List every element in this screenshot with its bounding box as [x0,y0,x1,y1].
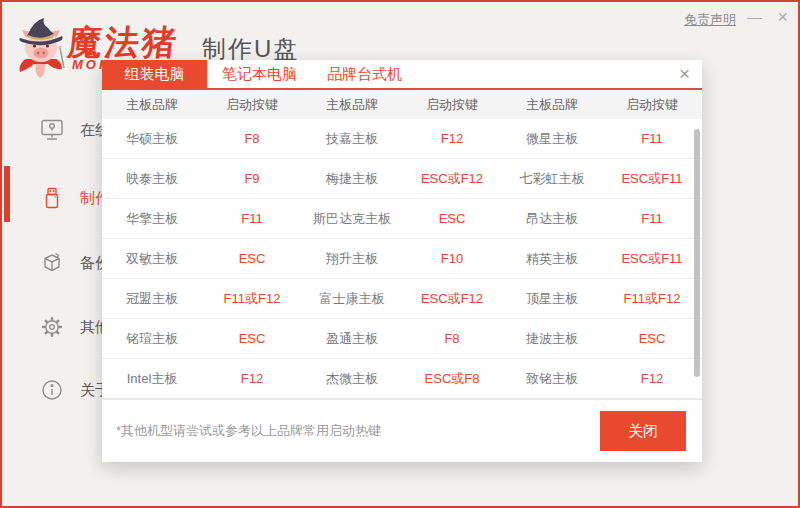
tab-1[interactable]: 组装电脑 [102,60,207,88]
bootkey-cell: F12 [202,359,302,398]
close-dialog-button[interactable]: 关闭 [600,411,686,451]
brand-cell: 技嘉主板 [302,119,402,158]
brand-cell: 华硕主板 [102,119,202,158]
window-minimize-button[interactable]: — [747,8,762,25]
usb-icon [40,186,64,210]
disclaimer-link[interactable]: 免责声明 [684,11,736,29]
bootkey-cell: ESC [402,199,502,238]
bootkey-cell: F11或F12 [202,279,302,318]
bootkey-cell: ESC或F12 [402,159,502,198]
window-close-button[interactable]: × [777,7,788,28]
sidebar-active-indicator [4,166,10,222]
tab-2[interactable]: 笔记本电脑 [207,60,312,88]
table-row: 双敏主板ESC翔升主板F10精英主板ESC或F11 [102,239,702,279]
bootkey-cell: F10 [402,239,502,278]
table-header-row: 主板品牌启动按键主板品牌启动按键主板品牌启动按键 [102,90,702,119]
bootkey-cell: F9 [202,159,302,198]
bootkey-cell: ESC [602,319,702,358]
dialog-footer: *其他机型请尝试或参考以上品牌常用启动热键 关闭 [102,399,702,462]
brand-cell: 捷波主板 [502,319,602,358]
backup-icon [40,251,64,275]
scrollbar-thumb[interactable] [694,129,700,377]
table-header-cell: 启动按键 [202,90,302,119]
brand-cell: 斯巴达克主板 [302,199,402,238]
bootkey-cell: F11 [202,199,302,238]
brand-cell: 昂达主板 [502,199,602,238]
bootkey-cell: ESC或F8 [402,359,502,398]
brand-cell: 精英主板 [502,239,602,278]
brand-cell: 富士康主板 [302,279,402,318]
bootkey-cell: ESC或F12 [402,279,502,318]
brand-cell: 微星主板 [502,119,602,158]
brand-cell: 七彩虹主板 [502,159,602,198]
bootkey-cell: F11 [602,119,702,158]
table-header-cell: 主板品牌 [102,90,202,119]
dialog-tab-bar: 组装电脑笔记本电脑品牌台式机× [102,60,702,90]
table-row: 映泰主板F9梅捷主板ESC或F12七彩虹主板ESC或F11 [102,159,702,199]
bootkey-cell: F12 [402,119,502,158]
brand-cell: 双敏主板 [102,239,202,278]
monitor-icon [40,118,64,142]
brand-cell: 杰微主板 [302,359,402,398]
boot-key-table: 华硕主板F8技嘉主板F12微星主板F11映泰主板F9梅捷主板ESC或F12七彩虹… [102,119,702,399]
bootkey-cell: F8 [402,319,502,358]
bootkey-cell: F12 [602,359,702,398]
table-row: 华硕主板F8技嘉主板F12微星主板F11 [102,119,702,159]
brand-cell: 顶星主板 [502,279,602,318]
bootkey-cell: ESC或F11 [602,239,702,278]
table-header-cell: 启动按键 [402,90,502,119]
table-row: 铭瑄主板ESC盈通主板F8捷波主板ESC [102,319,702,359]
table-header-cell: 启动按键 [602,90,702,119]
brand-cell: Intel主板 [102,359,202,398]
tab-3[interactable]: 品牌台式机 [312,60,417,88]
bootkey-cell: F11 [602,199,702,238]
brand-cell: 映泰主板 [102,159,202,198]
table-header-cell: 主板品牌 [502,90,602,119]
brand-cell: 翔升主板 [302,239,402,278]
gear-icon [40,315,64,339]
brand-cell: 致铭主板 [502,359,602,398]
brand-cell: 冠盟主板 [102,279,202,318]
bootkey-cell: ESC [202,239,302,278]
bootkey-cell: ESC或F11 [602,159,702,198]
table-row: Intel主板F12杰微主板ESC或F8致铭主板F12 [102,359,702,399]
table-row: 冠盟主板F11或F12富士康主板ESC或F12顶星主板F11或F12 [102,279,702,319]
bootkey-cell: F11或F12 [602,279,702,318]
mascot-pig-logo [14,16,68,82]
brand-cell: 铭瑄主板 [102,319,202,358]
table-header-cell: 主板品牌 [302,90,402,119]
boot-key-dialog: 组装电脑笔记本电脑品牌台式机× 主板品牌启动按键主板品牌启动按键主板品牌启动按键… [102,60,702,462]
info-icon [40,378,64,402]
footer-note: *其他机型请尝试或参考以上品牌常用启动热键 [116,422,381,440]
brand-cell: 盈通主板 [302,319,402,358]
bootkey-cell: F8 [202,119,302,158]
brand-cell: 梅捷主板 [302,159,402,198]
bootkey-cell: ESC [202,319,302,358]
app-window: 魔法猪 MOFA 制作U盘 免责声明 — × 在线制作备份其他关于 组装电脑笔记… [0,0,800,508]
dialog-close-icon[interactable]: × [679,63,690,85]
brand-cell: 华擎主板 [102,199,202,238]
table-row: 华擎主板F11斯巴达克主板ESC昂达主板F11 [102,199,702,239]
